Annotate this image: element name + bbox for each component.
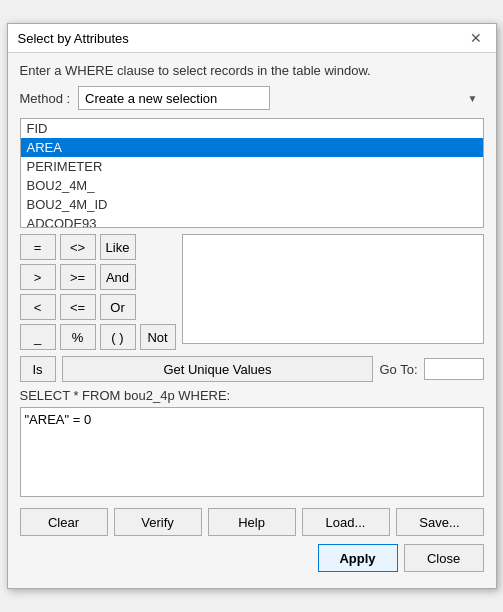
method-row: Method : Create a new selection Add to c… [20,86,484,110]
list-item[interactable]: AREA [21,138,483,157]
op-like[interactable]: Like [100,234,136,260]
where-textarea[interactable]: "AREA" = 0 [20,407,484,497]
op-row-2: > >= And [20,264,176,290]
op-row-1: = <> Like [20,234,176,260]
op-gt[interactable]: > [20,264,56,290]
list-item[interactable]: ADCODE93 [21,214,483,228]
is-button[interactable]: Is [20,356,56,382]
goto-label: Go To: [379,362,417,377]
list-item[interactable]: PERIMETER [21,157,483,176]
goto-input[interactable] [424,358,484,380]
action-buttons: Apply Close [20,544,484,578]
method-label: Method : [20,91,71,106]
op-percent[interactable]: % [60,324,96,350]
bottom-buttons: Clear Verify Help Load... Save... [20,508,484,536]
op-row-4: _ % ( ) Not [20,324,176,350]
verify-button[interactable]: Verify [114,508,202,536]
clear-button[interactable]: Clear [20,508,108,536]
op-row-3: < <= Or [20,294,176,320]
where-label: SELECT * FROM bou2_4p WHERE: [20,388,484,403]
operators-left: = <> Like > >= And < <= Or _ % ( ) [20,234,176,350]
op-notequal[interactable]: <> [60,234,96,260]
dialog-close-button[interactable]: Close [404,544,484,572]
op-parens[interactable]: ( ) [100,324,136,350]
help-button[interactable]: Help [208,508,296,536]
op-equals[interactable]: = [20,234,56,260]
method-select-wrapper: Create a new selection Add to current se… [78,86,483,110]
op-underscore[interactable]: _ [20,324,56,350]
list-item[interactable]: BOU2_4M_ [21,176,483,195]
op-gte[interactable]: >= [60,264,96,290]
list-item[interactable]: BOU2_4M_ID [21,195,483,214]
op-lte[interactable]: <= [60,294,96,320]
dialog-title: Select by Attributes [18,31,129,46]
apply-button[interactable]: Apply [318,544,398,572]
title-bar: Select by Attributes ✕ [8,24,496,53]
op-or[interactable]: Or [100,294,136,320]
save-button[interactable]: Save... [396,508,484,536]
close-icon[interactable]: ✕ [466,30,486,46]
method-select[interactable]: Create a new selection Add to current se… [78,86,270,110]
select-by-attributes-dialog: Select by Attributes ✕ Enter a WHERE cla… [7,23,497,589]
op-lt[interactable]: < [20,294,56,320]
op-and[interactable]: And [100,264,136,290]
unique-goto-row: Is Get Unique Values Go To: [20,356,484,382]
fields-list[interactable]: FID AREA PERIMETER BOU2_4M_ BOU2_4M_ID A… [20,118,484,228]
op-not[interactable]: Not [140,324,176,350]
fields-section: FID AREA PERIMETER BOU2_4M_ BOU2_4M_ID A… [20,118,484,228]
operators-section: = <> Like > >= And < <= Or _ % ( ) [20,234,484,350]
list-item[interactable]: FID [21,119,483,138]
values-area [182,234,484,344]
description-text: Enter a WHERE clause to select records i… [20,63,484,78]
get-unique-values-button[interactable]: Get Unique Values [62,356,374,382]
load-button[interactable]: Load... [302,508,390,536]
